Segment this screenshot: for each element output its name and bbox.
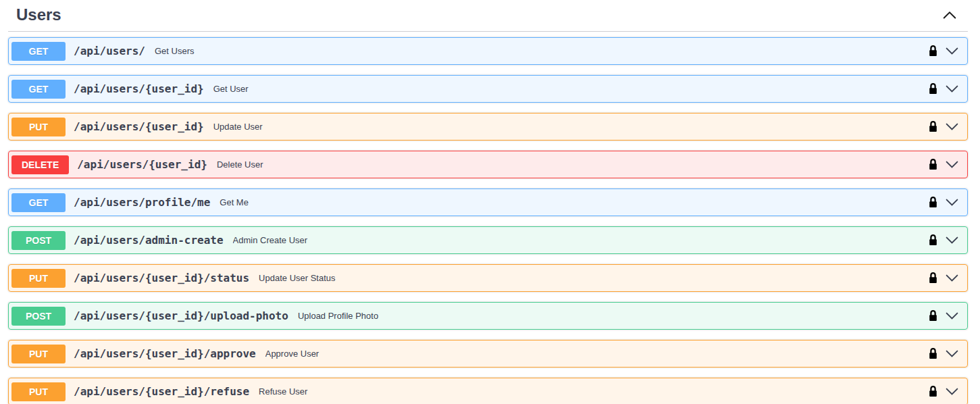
lock-icon [928,385,938,398]
section-collapse-button[interactable] [935,10,964,20]
lock-icon [928,120,938,133]
lock-icon [928,272,938,284]
endpoint-list: GET /api/users/ Get Users GET /api/users… [8,37,968,404]
chevron-down-icon [945,236,959,245]
expand-button[interactable] [945,349,959,359]
lock-icon [928,158,938,171]
method-badge: POST [11,231,66,250]
auth-lock-button[interactable] [928,120,938,133]
lock-icon [928,309,938,322]
expand-button[interactable] [945,387,959,397]
endpoint-row[interactable]: GET /api/users/{user_id} Get User [8,75,968,103]
method-badge: PUT [11,269,66,288]
endpoint-summary: Approve User [265,349,923,359]
expand-button[interactable] [945,122,959,132]
method-badge: DELETE [11,155,69,174]
lock-icon [928,347,938,360]
users-api-section: Users GET /api/users/ Get Users GET /api… [0,0,980,404]
endpoint-summary: Get Users [155,46,923,56]
auth-lock-button[interactable] [928,196,938,209]
chevron-down-icon [945,47,959,56]
method-badge: PUT [11,345,66,363]
method-badge: GET [11,42,66,61]
method-badge: GET [11,80,66,99]
method-badge: PUT [11,382,66,401]
endpoint-row[interactable]: PUT /api/users/{user_id}/refuse Refuse U… [8,378,968,404]
auth-lock-button[interactable] [928,309,938,322]
lock-icon [928,196,938,209]
endpoint-row[interactable]: PUT /api/users/{user_id}/status Update U… [8,264,968,292]
chevron-down-icon [945,122,959,132]
endpoint-path[interactable]: /api/users/{user_id}/upload-photo [74,309,288,322]
endpoint-path[interactable]: /api/users/profile/me [74,196,210,209]
endpoint-row[interactable]: DELETE /api/users/{user_id} Delete User [8,151,968,178]
method-badge: POST [11,307,66,326]
expand-button[interactable] [945,84,959,94]
endpoint-summary: Admin Create User [233,235,923,245]
expand-button[interactable] [945,198,959,207]
lock-icon [928,234,938,247]
endpoint-summary: Upload Profile Photo [298,311,923,321]
expand-button[interactable] [945,47,959,56]
auth-lock-button[interactable] [928,234,938,247]
lock-icon [928,45,938,57]
endpoint-path[interactable]: /api/users/ [74,45,145,57]
endpoint-path[interactable]: /api/users/{user_id}/status [74,272,249,284]
endpoint-summary: Update User Status [259,273,923,283]
expand-button[interactable] [945,160,959,170]
chevron-down-icon [945,84,959,94]
chevron-up-icon [942,10,957,20]
method-badge: GET [11,193,66,212]
method-badge: PUT [11,118,66,136]
chevron-down-icon [945,160,959,170]
chevron-down-icon [945,387,959,397]
auth-lock-button[interactable] [928,82,938,95]
auth-lock-button[interactable] [928,45,938,57]
endpoint-summary: Update User [213,122,923,132]
endpoint-row[interactable]: GET /api/users/ Get Users [8,37,968,65]
endpoint-summary: Get Me [220,197,923,207]
endpoint-path[interactable]: /api/users/admin-create [74,234,224,247]
auth-lock-button[interactable] [928,385,938,398]
endpoint-row[interactable]: POST /api/users/admin-create Admin Creat… [8,226,968,254]
endpoint-row[interactable]: POST /api/users/{user_id}/upload-photo U… [8,302,968,330]
section-header: Users [8,0,968,32]
auth-lock-button[interactable] [928,272,938,284]
lock-icon [928,82,938,95]
section-title[interactable]: Users [16,5,61,24]
endpoint-path[interactable]: /api/users/{user_id}/approve [74,347,256,360]
chevron-down-icon [945,311,959,321]
auth-lock-button[interactable] [928,158,938,171]
chevron-down-icon [945,274,959,283]
endpoint-row[interactable]: PUT /api/users/{user_id} Update User [8,113,968,141]
endpoint-path[interactable]: /api/users/{user_id}/refuse [74,385,249,398]
chevron-down-icon [945,198,959,207]
expand-button[interactable] [945,274,959,283]
endpoint-path[interactable]: /api/users/{user_id} [74,82,204,95]
expand-button[interactable] [945,311,959,321]
endpoint-path[interactable]: /api/users/{user_id} [77,158,207,171]
endpoint-summary: Refuse User [259,386,923,397]
endpoint-path[interactable]: /api/users/{user_id} [74,120,204,133]
auth-lock-button[interactable] [928,347,938,360]
endpoint-summary: Get User [213,84,923,94]
endpoint-row[interactable]: GET /api/users/profile/me Get Me [8,188,968,216]
endpoint-summary: Delete User [217,159,923,170]
endpoint-row[interactable]: PUT /api/users/{user_id}/approve Approve… [8,340,968,368]
chevron-down-icon [945,349,959,359]
expand-button[interactable] [945,236,959,245]
